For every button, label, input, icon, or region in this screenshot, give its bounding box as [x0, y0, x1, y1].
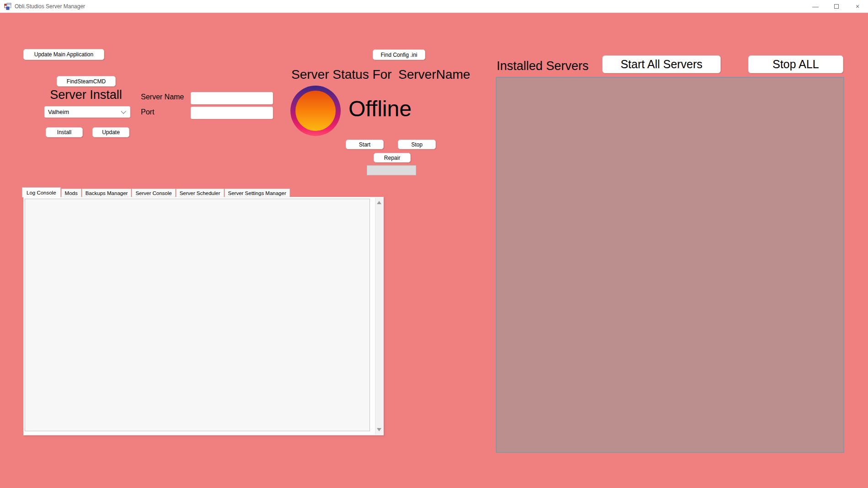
tab-server-scheduler[interactable]: Server Scheduler	[176, 189, 224, 197]
game-select-value: Valheim	[48, 108, 69, 115]
window-controls: — ×	[805, 0, 868, 13]
status-indicator-icon	[290, 86, 341, 136]
install-button[interactable]: Install	[46, 127, 83, 137]
installed-servers-heading: Installed Servers	[497, 59, 589, 73]
start-all-servers-button[interactable]: Start All Servers	[602, 55, 721, 73]
tab-server-console[interactable]: Server Console	[132, 189, 175, 197]
tab-log-console[interactable]: Log Console	[22, 187, 61, 197]
scroll-down-icon[interactable]	[377, 428, 381, 431]
maximize-button[interactable]	[826, 0, 847, 13]
tab-backups-manager[interactable]: Backups Manager	[82, 189, 132, 197]
find-config-ini-button[interactable]: Find Config .ini	[373, 49, 425, 60]
repair-button[interactable]: Repair	[374, 153, 411, 163]
server-status-heading: Server Status For	[291, 67, 391, 82]
close-button[interactable]: ×	[847, 0, 868, 13]
server-name-input[interactable]	[191, 92, 273, 104]
update-main-application-button[interactable]: Update Main Application	[23, 49, 104, 60]
minimize-button[interactable]: —	[805, 0, 826, 13]
repair-progress-bar	[367, 165, 416, 175]
game-select-dropdown[interactable]: Valheim	[44, 106, 130, 118]
server-name-label: Server Name	[141, 93, 184, 101]
maximize-icon	[834, 4, 839, 9]
update-button[interactable]: Update	[92, 127, 129, 137]
status-indicator-core	[295, 91, 336, 131]
app-icon	[4, 3, 11, 10]
stop-button[interactable]: Stop	[398, 140, 436, 149]
port-input[interactable]	[191, 107, 273, 119]
window-title: Obli.Studios Server Manager	[15, 3, 85, 10]
tab-server-settings-manager[interactable]: Server Settings Manager	[225, 189, 290, 197]
scroll-up-icon[interactable]	[377, 201, 381, 204]
log-console-tab-page	[23, 197, 384, 435]
server-install-heading: Server Install	[40, 88, 132, 102]
status-server-name: ServerName	[398, 67, 470, 82]
tab-strip: Log Console Mods Backups Manager Server …	[22, 187, 290, 197]
stop-all-button[interactable]: Stop ALL	[748, 55, 843, 73]
installed-servers-panel	[496, 77, 844, 453]
log-console-output[interactable]	[25, 199, 370, 431]
log-scrollbar[interactable]	[375, 198, 383, 434]
tab-mods[interactable]: Mods	[61, 189, 81, 197]
chevron-down-icon	[121, 108, 126, 114]
title-bar: Obli.Studios Server Manager — ×	[0, 0, 868, 13]
port-label: Port	[141, 108, 154, 116]
status-text: Offline	[348, 96, 412, 121]
start-button[interactable]: Start	[346, 140, 384, 149]
find-steamcmd-button[interactable]: FindSteamCMD	[57, 76, 116, 87]
